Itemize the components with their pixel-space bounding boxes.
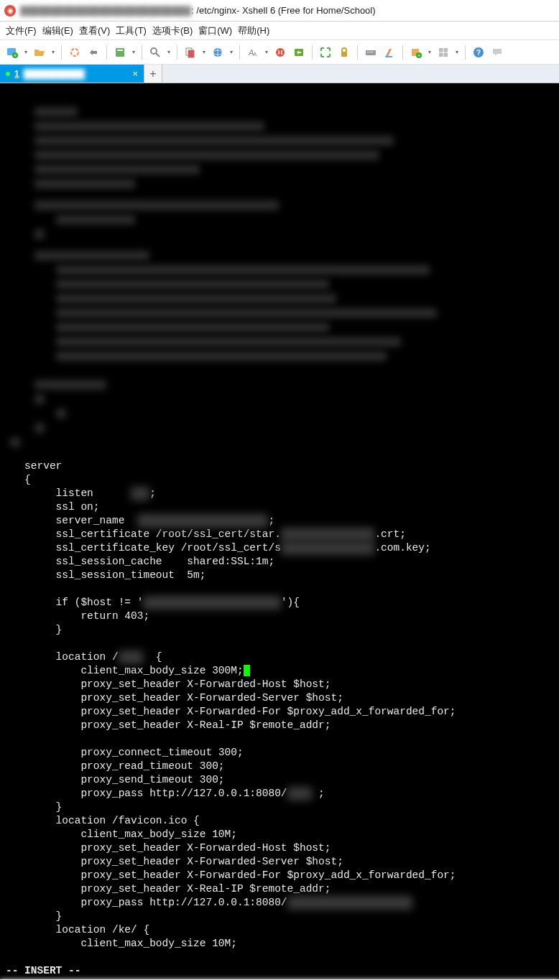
toolbar-separator: [402, 45, 403, 60]
lock-icon[interactable]: [336, 45, 352, 60]
svg-text:?: ?: [476, 49, 481, 57]
properties-dropdown-icon[interactable]: ▾: [131, 45, 137, 60]
app-icon: ◉: [4, 5, 16, 17]
new-session-dropdown-icon[interactable]: ▾: [23, 45, 29, 60]
connection-status-icon: [6, 72, 10, 76]
svg-text:+: +: [417, 53, 420, 58]
redacted-content-block: [6, 101, 553, 446]
toolbar-separator: [142, 45, 142, 60]
toolbar-separator: [106, 45, 107, 60]
window-titlebar: ◉ ████████████████████████████ : /etc/ng…: [0, 0, 559, 22]
terminal-viewport[interactable]: server { listen xxx; ssl on; server_name…: [0, 83, 559, 979]
search-icon[interactable]: [147, 45, 163, 60]
toolbar-separator: [61, 45, 62, 60]
vim-mode-line: -- INSERT --: [6, 965, 80, 976]
search-dropdown-icon[interactable]: ▾: [166, 45, 172, 60]
menu-edit[interactable]: 编辑(E): [42, 24, 73, 37]
title-path: : /etc/nginx: [191, 5, 236, 16]
open-dropdown-icon[interactable]: ▾: [50, 45, 56, 60]
svg-rect-17: [341, 52, 347, 57]
new-tab-button[interactable]: +: [144, 65, 162, 83]
layout-icon[interactable]: [435, 45, 451, 60]
copy-dropdown-icon[interactable]: ▾: [201, 45, 207, 60]
keyboard-icon[interactable]: [363, 45, 379, 60]
svg-rect-9: [188, 50, 194, 57]
toolbar-separator: [357, 45, 358, 60]
toolbar-separator: [312, 45, 313, 60]
layout-dropdown-icon[interactable]: ▾: [454, 45, 460, 60]
svg-line-7: [156, 53, 160, 57]
menu-file[interactable]: 文件(F): [6, 24, 37, 37]
menubar: 文件(F) 编辑(E) 查看(V) 工具(T) 选项卡(B) 窗口(W) 帮助(…: [0, 22, 559, 40]
title-app: - Xshell 6 (Free for Home/School): [236, 5, 376, 16]
xshell-icon[interactable]: [272, 45, 288, 60]
svg-point-3: [71, 49, 78, 56]
add-dropdown-icon[interactable]: ▾: [427, 45, 433, 60]
svg-text:A: A: [253, 51, 257, 57]
toolbar-separator: [465, 45, 466, 60]
menu-help[interactable]: 帮助(H): [238, 24, 269, 37]
menu-tools[interactable]: 工具(T): [116, 24, 147, 37]
chat-icon[interactable]: [489, 45, 505, 60]
svg-rect-22: [385, 56, 392, 57]
properties-icon[interactable]: [112, 45, 128, 60]
tabbar: 1 ██████████ × +: [0, 65, 559, 83]
menu-tabs[interactable]: 选项卡(B): [152, 24, 193, 37]
svg-rect-20: [369, 52, 371, 52]
title-blur: ████████████████████████████: [20, 6, 191, 16]
xftp-icon[interactable]: [291, 45, 307, 60]
session-tab[interactable]: 1 ██████████ ×: [0, 65, 144, 83]
svg-rect-4: [116, 48, 124, 57]
svg-rect-5: [117, 50, 123, 51]
svg-text:+: +: [14, 53, 17, 58]
tab-close-icon[interactable]: ×: [132, 68, 138, 79]
toolbar-separator: [177, 45, 177, 60]
reconnect-icon[interactable]: [67, 45, 83, 60]
font-dropdown-icon[interactable]: ▾: [264, 45, 269, 60]
globe-icon[interactable]: [210, 45, 226, 60]
open-icon[interactable]: [32, 45, 47, 60]
globe-dropdown-icon[interactable]: ▾: [228, 45, 234, 60]
menu-view[interactable]: 查看(V): [79, 24, 110, 37]
highlight-icon[interactable]: [382, 45, 397, 60]
toolbar-separator: [239, 45, 240, 60]
svg-rect-21: [371, 52, 373, 52]
svg-rect-18: [366, 50, 376, 55]
disconnect-icon[interactable]: [86, 45, 101, 60]
tab-label: ██████████: [24, 69, 129, 79]
menu-window[interactable]: 窗口(W): [198, 24, 232, 37]
help-icon[interactable]: ?: [471, 45, 486, 60]
svg-point-15: [276, 48, 285, 57]
toolbar: + ▾ ▾ ▾ ▾ ▾ ▾ AA ▾ + ▾ ▾ ?: [0, 40, 559, 65]
new-session-icon[interactable]: +: [4, 45, 20, 60]
tab-number: 1: [14, 69, 19, 79]
add-icon[interactable]: +: [408, 45, 424, 60]
svg-rect-19: [367, 52, 369, 52]
copy-icon[interactable]: [183, 45, 198, 60]
svg-point-6: [151, 48, 157, 54]
fullscreen-icon[interactable]: [318, 45, 333, 60]
font-icon[interactable]: AA: [245, 45, 261, 60]
terminal-content: server { listen xxx; ssl on; server_name…: [6, 459, 553, 951]
